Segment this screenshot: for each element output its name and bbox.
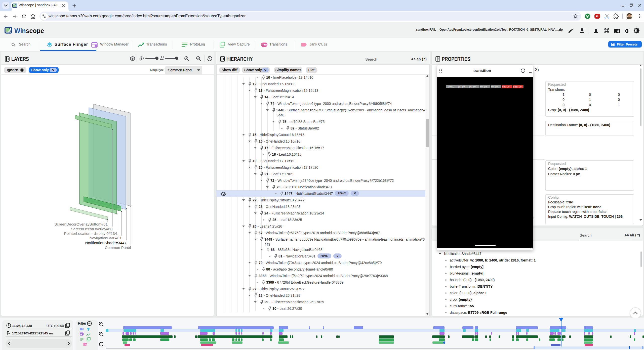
svg-text:PointerLocation - display 0#13: PointerLocation - display 0#134 xyxy=(64,231,117,236)
svg-text:ScreenDecorOverlay#60: ScreenDecorOverlay#60 xyxy=(71,227,112,231)
svg-text:ScreenDecorOverlayBottom#61: ScreenDecorOverlayBottom#61 xyxy=(54,222,108,226)
svg-text:Common Panel: Common Panel xyxy=(105,245,131,250)
svg-text:NavigationBar0#81: NavigationBar0#81 xyxy=(89,236,122,240)
svg-text:NotificationShade#3447: NotificationShade#3447 xyxy=(85,241,127,245)
